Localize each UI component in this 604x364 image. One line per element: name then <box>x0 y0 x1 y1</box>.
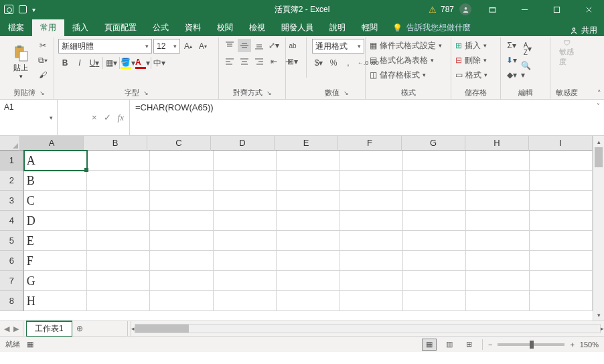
bold-button[interactable]: B <box>58 56 72 70</box>
zoom-level[interactable]: 150% <box>580 341 599 349</box>
cell[interactable] <box>150 191 213 211</box>
column-header[interactable]: D <box>211 136 275 151</box>
cell[interactable]: D <box>24 211 87 231</box>
page-break-view-button[interactable]: ⊞ <box>462 339 477 351</box>
format-cells-button[interactable]: ▭格式▾ <box>455 68 487 82</box>
number-format-combo[interactable]: 通用格式▾ <box>312 39 364 54</box>
tab-page-layout[interactable]: 頁面配置 <box>96 19 145 36</box>
sheet-nav-next-button[interactable]: ▶ <box>13 325 19 333</box>
camera-icon[interactable] <box>4 5 13 14</box>
minimize-button[interactable] <box>509 0 540 19</box>
cell[interactable] <box>277 291 339 311</box>
column-header[interactable]: E <box>275 136 338 151</box>
macro-record-icon[interactable]: ▦ <box>27 340 33 349</box>
cell[interactable] <box>150 271 213 291</box>
name-box[interactable]: A1▾ <box>0 100 58 135</box>
tell-me[interactable]: 💡 告訴我您想做什麼 <box>386 19 477 36</box>
maximize-button[interactable] <box>541 0 572 19</box>
normal-view-button[interactable]: ▦ <box>422 339 437 351</box>
row-header[interactable]: 2 <box>0 171 24 191</box>
cell[interactable] <box>87 151 150 171</box>
share-button[interactable]: 共用 <box>569 25 597 36</box>
grow-font-button[interactable]: A▴ <box>181 39 195 53</box>
cell[interactable] <box>214 231 277 251</box>
cell[interactable] <box>466 191 529 211</box>
cell[interactable] <box>403 231 466 251</box>
tab-insert[interactable]: 插入 <box>64 19 96 36</box>
tab-data[interactable]: 資料 <box>177 19 209 36</box>
horizontal-scroll-thumb[interactable] <box>135 325 189 333</box>
italic-button[interactable]: I <box>73 56 86 70</box>
cell[interactable] <box>214 211 277 231</box>
cell[interactable] <box>466 171 529 191</box>
decrease-indent-button[interactable]: ⇤ <box>267 55 281 68</box>
cell[interactable]: E <box>24 231 87 251</box>
align-center-button[interactable] <box>238 55 251 68</box>
vertical-scroll-thumb[interactable] <box>595 147 603 167</box>
row-header[interactable]: 4 <box>0 211 24 231</box>
column-header[interactable]: F <box>338 136 402 151</box>
insert-function-button[interactable]: fx <box>118 112 124 123</box>
tab-home[interactable]: 常用 <box>32 19 64 36</box>
tab-review[interactable]: 校閱 <box>209 19 241 36</box>
cell[interactable] <box>87 231 150 251</box>
cell[interactable] <box>214 251 277 271</box>
scroll-up-button[interactable]: ▴ <box>593 136 604 147</box>
row-header[interactable]: 5 <box>0 231 24 251</box>
expand-formula-icon[interactable]: ˅ <box>597 102 600 110</box>
column-header[interactable]: B <box>84 136 147 151</box>
font-launcher-icon[interactable]: ↘ <box>143 90 149 96</box>
cell[interactable] <box>277 271 339 291</box>
cell[interactable] <box>530 191 593 211</box>
cell[interactable] <box>403 251 466 271</box>
find-select-button[interactable]: 🔍▾ <box>521 60 534 80</box>
cell[interactable] <box>87 251 150 271</box>
cell[interactable] <box>214 271 277 291</box>
tab-easyread[interactable]: 輕閱 <box>354 19 386 36</box>
merge-center-button[interactable]: ⊟▾ <box>286 55 299 68</box>
cell[interactable] <box>87 191 150 211</box>
cell[interactable] <box>277 171 339 191</box>
cell[interactable] <box>530 231 593 251</box>
cell[interactable] <box>340 151 403 171</box>
qat-dropdown-icon[interactable]: ▾ <box>32 6 35 13</box>
conditional-format-button[interactable]: ▦條件式格式設定▾ <box>370 39 442 52</box>
cell[interactable] <box>150 211 213 231</box>
cut-button[interactable]: ✂ <box>36 39 50 52</box>
align-bottom-button[interactable] <box>252 39 266 52</box>
row-header[interactable]: 6 <box>0 251 24 271</box>
cell[interactable] <box>340 271 403 291</box>
column-header[interactable]: C <box>147 136 211 151</box>
cell[interactable] <box>277 151 339 171</box>
cell[interactable] <box>150 291 213 311</box>
vertical-scrollbar[interactable]: ▴ ▾ <box>593 136 604 321</box>
cell[interactable] <box>214 151 277 171</box>
cell[interactable] <box>466 151 529 171</box>
cell[interactable] <box>87 291 150 311</box>
zoom-slider[interactable] <box>498 343 564 346</box>
cell[interactable] <box>150 171 213 191</box>
tab-view[interactable]: 檢視 <box>241 19 273 36</box>
row-header[interactable]: 7 <box>0 271 24 291</box>
underline-button[interactable]: U▾ <box>88 56 101 70</box>
cell[interactable] <box>150 251 213 271</box>
cell[interactable] <box>530 251 593 271</box>
account-icon[interactable] <box>459 3 471 15</box>
font-name-combo[interactable]: 新細明體▾ <box>58 39 152 54</box>
font-size-combo[interactable]: 12▾ <box>153 39 180 54</box>
horizontal-scrollbar[interactable]: ◂ ▸ <box>127 321 604 336</box>
cell[interactable] <box>466 231 529 251</box>
cell[interactable] <box>340 251 403 271</box>
cell[interactable] <box>87 171 150 191</box>
scroll-right-button[interactable]: ▸ <box>601 323 604 335</box>
cell[interactable]: A <box>24 151 87 171</box>
zoom-slider-handle[interactable] <box>530 341 534 349</box>
warning-icon[interactable]: ⚠ <box>429 5 437 15</box>
sort-filter-button[interactable]: AZ▾ <box>521 39 534 59</box>
cell[interactable] <box>466 211 529 231</box>
scroll-down-button[interactable]: ▾ <box>593 309 604 321</box>
cell[interactable] <box>214 291 277 311</box>
cell[interactable] <box>277 211 339 231</box>
cell[interactable] <box>530 211 593 231</box>
font-color-button[interactable]: A▾ <box>136 56 149 70</box>
